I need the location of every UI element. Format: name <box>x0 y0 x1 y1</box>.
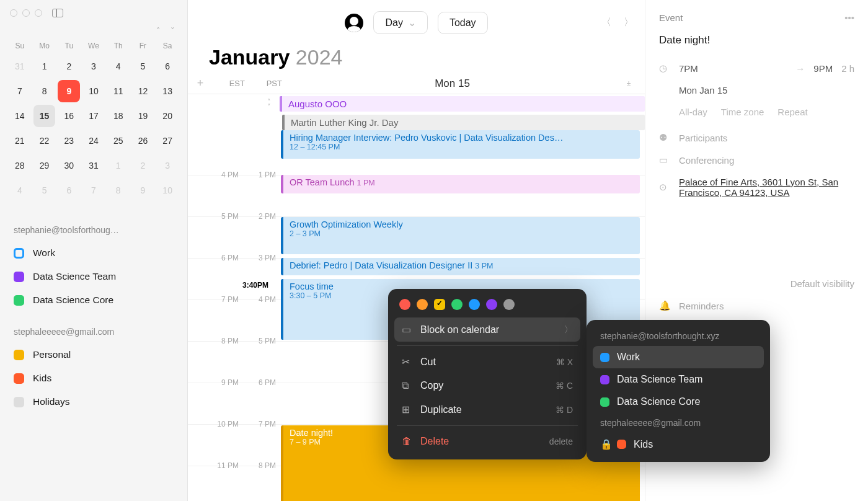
color-swatch[interactable] <box>503 299 515 310</box>
calendar-item[interactable]: Data Science Team <box>0 265 187 288</box>
mini-day[interactable]: 6 <box>58 179 80 202</box>
account-email[interactable]: stephaleeeee@gmail.com <box>0 321 187 343</box>
next-day-icon[interactable]: 〉 <box>624 16 634 29</box>
zoom-window-icon[interactable] <box>35 9 42 17</box>
mini-day[interactable]: 18 <box>107 105 130 127</box>
copy-item[interactable]: ⧉Copy⌘ C <box>394 374 580 397</box>
color-swatch[interactable] <box>417 299 428 310</box>
event-option[interactable]: Time zone <box>721 107 764 117</box>
location-field[interactable]: Palace of Fine Arts, 3601 Lyon St, San F… <box>679 177 854 198</box>
timed-event[interactable]: OR Team Lunch 1 PM <box>281 175 640 193</box>
add-event-button[interactable]: + <box>193 77 208 90</box>
mini-day[interactable]: 1 <box>33 55 56 78</box>
mini-day[interactable]: 31 <box>9 55 31 78</box>
today-button[interactable]: Today <box>438 12 488 34</box>
visibility-field[interactable]: Default visibility <box>790 278 854 289</box>
event-end[interactable]: 9PM <box>813 63 833 74</box>
mini-day[interactable]: 7 <box>82 179 105 202</box>
close-window-icon[interactable] <box>10 9 17 17</box>
toggle-sidebar-icon[interactable] <box>52 9 63 17</box>
submenu-calendar-item[interactable]: Data Science Core <box>593 391 764 413</box>
mini-day[interactable]: 21 <box>9 130 31 152</box>
event-start[interactable]: 7PM <box>679 63 698 74</box>
cut-item[interactable]: ✂Cut⌘ X <box>394 350 580 374</box>
mini-day[interactable]: 11 <box>107 80 130 102</box>
calendar-item[interactable]: Holidays <box>0 390 187 414</box>
more-icon[interactable]: ••• <box>844 12 854 23</box>
timed-event[interactable]: Debrief: Pedro | Data Visualization Desi… <box>281 258 640 275</box>
mini-day[interactable]: 10 <box>156 179 179 202</box>
mini-day[interactable]: 6 <box>156 55 179 78</box>
submenu-calendar-item[interactable]: 🔒Kids <box>593 433 764 456</box>
mini-day[interactable]: 19 <box>132 105 154 127</box>
event-date[interactable]: Mon Jan 15 <box>679 85 727 95</box>
calendar-item[interactable]: Work <box>0 241 187 265</box>
mini-next-month-icon[interactable]: ˅ <box>170 26 175 35</box>
color-swatch[interactable] <box>434 299 445 310</box>
mini-day[interactable]: 4 <box>107 55 130 78</box>
mini-day[interactable]: 5 <box>132 55 154 78</box>
block-on-calendar-item[interactable]: ▭Block on calendar 〉 <box>394 317 580 342</box>
color-swatch[interactable] <box>399 299 410 310</box>
mini-day[interactable]: 31 <box>82 154 105 177</box>
mini-day[interactable]: 4 <box>9 179 31 202</box>
mini-day[interactable]: 17 <box>82 105 105 127</box>
mini-day[interactable]: 14 <box>9 105 31 127</box>
allday-event[interactable]: Augusto OOO <box>280 96 645 112</box>
timed-event[interactable]: Hiring Manager Interview: Pedro Vuskovic… <box>281 130 640 159</box>
color-swatch[interactable] <box>469 299 480 310</box>
mini-day[interactable]: 20 <box>156 105 179 127</box>
mini-day[interactable]: 12 <box>132 80 154 102</box>
avatar[interactable] <box>345 14 363 32</box>
conferencing-field[interactable]: Conferencing <box>679 155 734 166</box>
calendar-item[interactable]: Personal <box>0 343 187 366</box>
mini-day[interactable]: 16 <box>58 105 80 127</box>
delete-item[interactable]: 🗑Deletedelete <box>394 430 580 453</box>
mini-day[interactable]: 3 <box>156 154 179 177</box>
timezone-1[interactable]: EST <box>208 79 245 88</box>
event-option[interactable]: All-day <box>679 107 707 117</box>
event-title[interactable]: Date night! <box>659 34 854 47</box>
collapse-allday-icon[interactable]: ˄˅ <box>267 99 271 109</box>
mini-day[interactable]: 2 <box>132 154 154 177</box>
mini-day[interactable]: 3 <box>82 55 105 78</box>
minimize-window-icon[interactable] <box>22 9 30 17</box>
timezone-2[interactable]: PST <box>245 79 282 88</box>
color-swatch[interactable] <box>486 299 497 310</box>
calendar-item[interactable]: Kids <box>0 366 187 390</box>
mini-day[interactable]: 10 <box>82 80 105 102</box>
mini-day[interactable]: 24 <box>82 130 105 152</box>
stack-icon[interactable]: ± <box>622 79 635 88</box>
allday-event[interactable]: Martin Luther King Jr. Day <box>282 115 645 130</box>
mini-day[interactable]: 1 <box>107 154 130 177</box>
mini-day[interactable]: 8 <box>33 80 56 102</box>
color-swatch[interactable] <box>451 299 463 310</box>
reminders-field[interactable]: Reminders <box>679 301 724 311</box>
mini-day[interactable]: 30 <box>58 154 80 177</box>
mini-day[interactable]: 27 <box>156 130 179 152</box>
mini-day[interactable]: 8 <box>107 179 130 202</box>
mini-prev-month-icon[interactable]: ˄ <box>156 26 161 35</box>
account-email[interactable]: stephanie@toolsforthoug… <box>0 219 187 241</box>
mini-day[interactable]: 23 <box>58 130 80 152</box>
mini-day[interactable]: 9 <box>58 80 80 102</box>
mini-day[interactable]: 5 <box>33 179 56 202</box>
mini-day[interactable]: 22 <box>33 130 56 152</box>
participants-field[interactable]: Participants <box>679 133 727 143</box>
submenu-calendar-item[interactable]: Data Science Team <box>593 368 764 391</box>
duplicate-item[interactable]: ⊞Duplicate⌘ D <box>394 397 580 422</box>
view-switcher[interactable]: Day ⌄ <box>373 11 427 34</box>
mini-day[interactable]: 2 <box>58 55 80 78</box>
mini-day[interactable]: 25 <box>107 130 130 152</box>
mini-day[interactable]: 29 <box>33 154 56 177</box>
event-option[interactable]: Repeat <box>777 107 807 117</box>
mini-day[interactable]: 13 <box>156 80 179 102</box>
calendar-item[interactable]: Data Science Core <box>0 288 187 312</box>
mini-day[interactable]: 7 <box>9 80 31 102</box>
prev-day-icon[interactable]: 〈 <box>601 16 611 29</box>
timed-event[interactable]: Growth Optimization Weekly2 – 3 PM <box>281 217 640 254</box>
submenu-calendar-item[interactable]: Work <box>593 346 764 368</box>
mini-day[interactable]: 15 <box>33 105 56 127</box>
mini-day[interactable]: 9 <box>132 179 154 202</box>
mini-day[interactable]: 28 <box>9 154 31 177</box>
